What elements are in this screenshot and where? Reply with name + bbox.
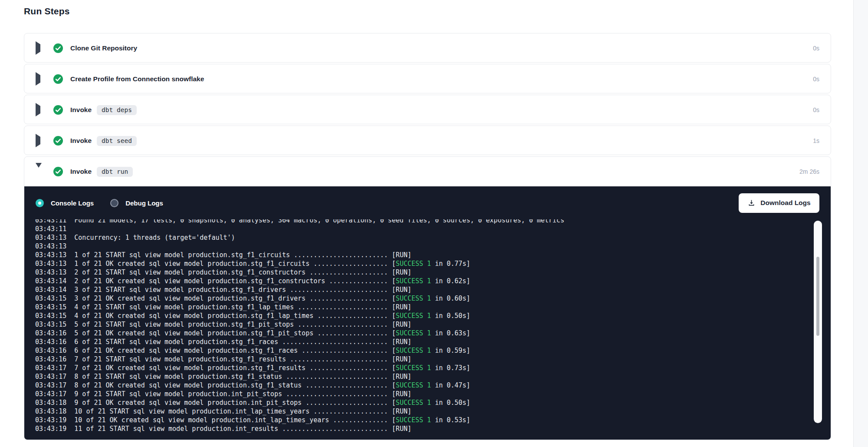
log-success-status: SUCCESS 1 [396, 381, 431, 389]
log-line: 03:43:14 3 of 21 START sql view model pr… [35, 285, 831, 294]
log-line: 03:43:16 5 of 21 OK created sql view mod… [35, 329, 831, 338]
radio-unselected-icon [110, 199, 118, 207]
success-check-icon [53, 43, 63, 53]
run-step-row[interactable]: Clone Git Repository 0s [24, 33, 831, 63]
debug-logs-radio[interactable]: Debug Logs [110, 199, 163, 207]
log-timestamp: 03:43:13 [35, 260, 66, 268]
log-timestamp: 03:43:14 [35, 286, 66, 294]
log-line: 03:43:16 6 of 21 OK created sql view mod… [35, 346, 831, 355]
success-check-icon [53, 167, 63, 176]
log-success-status: SUCCESS 1 [396, 416, 431, 424]
download-logs-label: Download Logs [760, 199, 810, 207]
console-log-output[interactable]: 03:43:11 Found 21 models, 17 tests, 0 sn… [24, 219, 831, 440]
log-success-status: SUCCESS 1 [396, 364, 431, 372]
run-step-duration: 0s [813, 45, 819, 52]
log-line: 03:43:14 2 of 21 OK created sql view mod… [35, 277, 831, 285]
run-step-label: Clone Git Repository [70, 44, 137, 52]
run-step-label: Invoke [70, 168, 92, 175]
log-line: 03:43:13 Concurrency: 1 threads (target=… [35, 233, 831, 242]
run-step-command-badge: dbt deps [97, 105, 137, 115]
caret-down-icon[interactable] [36, 168, 41, 175]
run-step-command-badge: dbt run [97, 167, 133, 177]
log-success-status: SUCCESS 1 [396, 329, 431, 337]
run-step-label: Invoke [70, 106, 92, 114]
log-timestamp: 03:43:13 [35, 268, 66, 276]
log-timestamp: 03:43:13 [35, 242, 66, 250]
caret-right-icon[interactable] [36, 44, 41, 52]
run-step-duration: 0s [813, 76, 819, 83]
log-timestamp: 03:43:11 [35, 225, 66, 233]
log-timestamp: 03:43:15 [35, 312, 66, 320]
log-timestamp: 03:43:16 [35, 355, 66, 363]
run-step-label: Create Profile from Connection snowflake [70, 75, 204, 83]
log-line: 03:43:18 10 of 21 START sql view model p… [35, 407, 831, 416]
log-timestamp: 03:43:18 [35, 399, 66, 407]
run-step-row[interactable]: Invoke dbt run 2m 26s [24, 157, 831, 186]
right-edge-panel [853, 0, 868, 447]
run-step-duration: 1s [813, 137, 819, 144]
log-success-status: SUCCESS 1 [396, 260, 431, 268]
log-timestamp: 03:43:17 [35, 381, 66, 389]
log-success-status: SUCCESS 1 [396, 347, 431, 354]
log-line: 03:43:19 11 of 21 START sql view model p… [35, 424, 831, 433]
log-line: 03:43:19 10 of 21 OK created sql view mo… [35, 416, 831, 424]
run-step-card: Create Profile from Connection snowflake… [24, 64, 831, 93]
console-scrollbar-thumb[interactable] [816, 257, 819, 336]
log-timestamp: 03:43:13 [35, 251, 66, 259]
log-line: 03:43:18 9 of 21 OK created sql view mod… [35, 398, 831, 407]
log-timestamp: 03:43:17 [35, 364, 66, 372]
console-panel: Console Logs Debug Logs Download Logs 03… [24, 186, 831, 440]
log-success-status: SUCCESS 1 [396, 295, 431, 302]
console-toolbar: Console Logs Debug Logs Download Logs [24, 186, 831, 219]
run-step-row[interactable]: Invoke dbt deps 0s [24, 95, 831, 124]
caret-right-icon[interactable] [36, 137, 41, 145]
run-step-card-expanded: Invoke dbt run 2m 26s Console Logs Debug… [24, 156, 831, 440]
console-logs-label: Console Logs [51, 199, 94, 207]
log-timestamp: 03:43:15 [35, 295, 66, 302]
run-step-label: Invoke [70, 137, 92, 145]
log-line: 03:43:16 7 of 21 START sql view model pr… [35, 355, 831, 364]
log-timestamp: 03:43:14 [35, 277, 66, 285]
page-title: Run Steps [24, 6, 70, 17]
run-steps-list: Clone Git Repository 0s Create Profile f… [24, 33, 831, 440]
run-step-row[interactable]: Invoke dbt seed 1s [24, 126, 831, 155]
caret-right-icon[interactable] [36, 75, 41, 83]
run-step-card: Clone Git Repository 0s [24, 33, 831, 63]
log-line: 03:43:15 4 of 21 OK created sql view mod… [35, 311, 831, 320]
log-success-status: SUCCESS 1 [396, 277, 431, 285]
log-line: 03:43:17 8 of 21 START sql view model pr… [35, 372, 831, 381]
log-timestamp: 03:43:15 [35, 303, 66, 311]
log-timestamp: 03:43:19 [35, 416, 66, 424]
log-line: 03:43:13 [35, 242, 831, 251]
log-timestamp: 03:43:16 [35, 347, 66, 354]
log-success-status: SUCCESS 1 [396, 312, 431, 320]
log-timestamp: 03:43:17 [35, 390, 66, 398]
console-scrollbar[interactable] [814, 221, 822, 423]
caret-right-icon[interactable] [36, 106, 41, 114]
log-line: 03:43:13 2 of 21 START sql view model pr… [35, 268, 831, 277]
debug-logs-label: Debug Logs [125, 199, 163, 207]
log-timestamp: 03:43:17 [35, 373, 66, 381]
log-line: 03:43:16 6 of 21 START sql view model pr… [35, 338, 831, 346]
radio-selected-icon [36, 199, 44, 207]
log-timestamp: 03:43:15 [35, 321, 66, 328]
run-step-duration: 2m 26s [799, 168, 819, 175]
run-step-row[interactable]: Create Profile from Connection snowflake… [24, 64, 831, 93]
log-success-status: SUCCESS 1 [396, 399, 431, 407]
log-line: 03:43:11 Found 21 models, 17 tests, 0 sn… [35, 219, 831, 225]
log-line: 03:43:13 1 of 21 START sql view model pr… [35, 251, 831, 259]
log-timestamp: 03:43:19 [35, 425, 66, 433]
log-line: 03:43:15 5 of 21 START sql view model pr… [35, 320, 831, 329]
log-timestamp: 03:43:16 [35, 329, 66, 337]
run-step-card: Invoke dbt seed 1s [24, 126, 831, 155]
console-logs-radio[interactable]: Console Logs [36, 199, 94, 207]
download-logs-button[interactable]: Download Logs [739, 193, 819, 213]
log-line: 03:43:17 9 of 21 START sql view model pr… [35, 390, 831, 398]
log-timestamp: 03:43:18 [35, 407, 66, 415]
run-step-duration: 0s [813, 106, 819, 113]
log-line: 03:43:11 [35, 225, 831, 233]
download-icon [747, 199, 756, 207]
success-check-icon [53, 74, 63, 84]
success-check-icon [53, 105, 63, 115]
log-line: 03:43:17 7 of 21 OK created sql view mod… [35, 364, 831, 372]
